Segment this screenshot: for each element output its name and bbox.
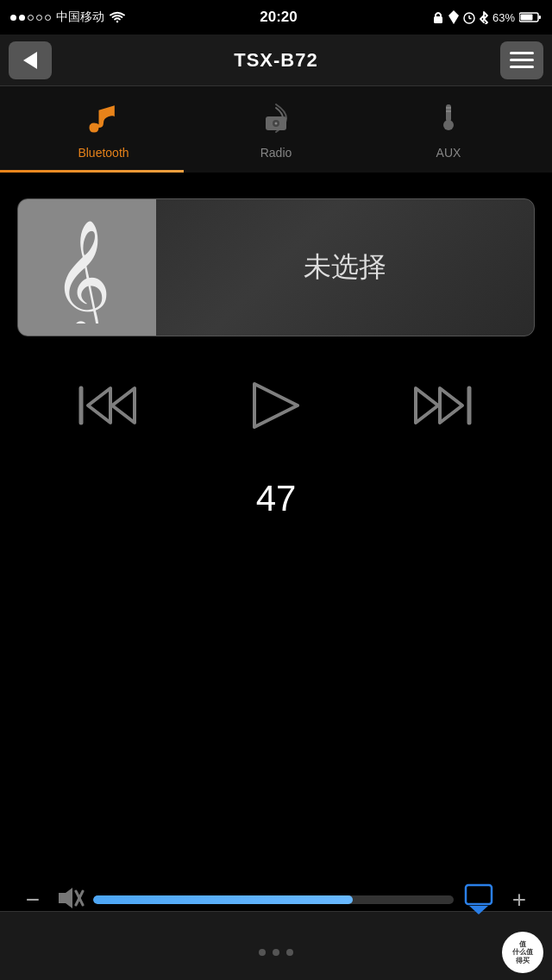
next-button[interactable] — [407, 381, 476, 433]
status-right: 63% — [432, 10, 542, 24]
tab-bluetooth[interactable]: Bluetooth — [17, 99, 190, 160]
treble-clef-icon: 𝄞 — [44, 211, 130, 324]
bluetooth-status-icon — [480, 10, 488, 24]
menu-line-1 — [510, 52, 534, 54]
album-art: 𝄞 — [18, 198, 156, 336]
location-icon — [448, 10, 459, 24]
now-playing-card: 𝄞 未选择 — [17, 198, 535, 336]
back-arrow-icon — [23, 52, 37, 69]
menu-line-2 — [510, 59, 534, 61]
track-info: 未选择 — [156, 231, 534, 304]
battery-icon — [519, 11, 542, 23]
header-title: TSX-B72 — [234, 49, 317, 72]
signal-dot-3 — [28, 15, 34, 21]
svg-marker-23 — [59, 888, 72, 908]
svg-marker-21 — [440, 388, 462, 423]
volume-plus-button[interactable]: + — [504, 886, 535, 914]
play-icon — [246, 380, 306, 431]
play-button[interactable] — [246, 380, 306, 435]
mute-button[interactable] — [57, 884, 85, 915]
svg-rect-12 — [446, 122, 451, 129]
status-bar: 中国移动 20:20 63% — [0, 0, 552, 35]
alarm-icon — [463, 11, 475, 24]
back-button[interactable] — [9, 41, 52, 79]
svg-rect-10 — [446, 104, 451, 122]
footer-area: − + 值什么值得买 — [0, 911, 552, 980]
page-dot-2 — [273, 949, 279, 956]
wifi-icon — [110, 11, 125, 23]
signal-dot-4 — [36, 15, 42, 21]
previous-button[interactable] — [76, 381, 145, 433]
menu-line-3 — [510, 66, 534, 68]
tab-active-indicator — [0, 170, 184, 173]
page-dots — [0, 949, 552, 956]
tab-radio[interactable]: Radio — [190, 99, 362, 160]
signal-dot-1 — [10, 15, 16, 21]
mute-icon — [57, 884, 85, 912]
track-title: 未选择 — [304, 248, 386, 286]
watermark: 值什么值得买 — [502, 932, 543, 973]
svg-marker-18 — [112, 388, 135, 423]
svg-marker-20 — [416, 388, 438, 423]
signal-dots — [10, 15, 51, 21]
content-area: 𝄞 未选择 — [0, 173, 552, 336]
svg-rect-5 — [538, 16, 541, 19]
next-icon — [407, 381, 476, 430]
battery-percent: 63% — [492, 11, 515, 24]
airplay-icon — [462, 882, 495, 914]
page-dot-3 — [286, 949, 293, 956]
svg-point-9 — [275, 122, 278, 125]
lock-icon — [432, 10, 444, 24]
svg-rect-6 — [520, 15, 532, 21]
menu-button[interactable] — [500, 41, 543, 79]
svg-marker-17 — [88, 388, 110, 423]
aux-tab-label: AUX — [436, 146, 461, 160]
radio-tab-label: Radio — [260, 146, 292, 160]
signal-dot-2 — [19, 15, 25, 21]
playback-controls — [0, 336, 552, 461]
bottom-bar: − + — [0, 871, 552, 928]
bluetooth-tab-icon — [85, 99, 122, 141]
tab-aux[interactable]: AUX — [362, 99, 535, 160]
svg-rect-26 — [466, 885, 492, 904]
status-time: 20:20 — [260, 9, 297, 26]
page-dot-1 — [259, 949, 266, 956]
bluetooth-tab-label: Bluetooth — [78, 146, 129, 160]
carrier-label: 中国移动 — [56, 9, 104, 25]
aux-tab-icon — [430, 99, 467, 141]
svg-text:𝄞: 𝄞 — [53, 221, 111, 324]
previous-icon — [76, 381, 145, 430]
volume-slider-fill — [93, 895, 353, 904]
volume-number: 47 — [0, 461, 552, 528]
radio-tab-icon — [257, 99, 295, 141]
svg-rect-0 — [434, 16, 442, 23]
signal-dot-5 — [45, 15, 51, 21]
tab-bar: Bluetooth Radio — [0, 86, 552, 173]
svg-marker-19 — [254, 384, 298, 427]
svg-marker-27 — [469, 906, 488, 914]
airplay-button[interactable] — [462, 882, 495, 918]
header: TSX-B72 — [0, 35, 552, 86]
status-left: 中国移动 — [10, 9, 125, 25]
volume-minus-button[interactable]: − — [17, 886, 48, 914]
volume-slider[interactable] — [93, 895, 454, 904]
